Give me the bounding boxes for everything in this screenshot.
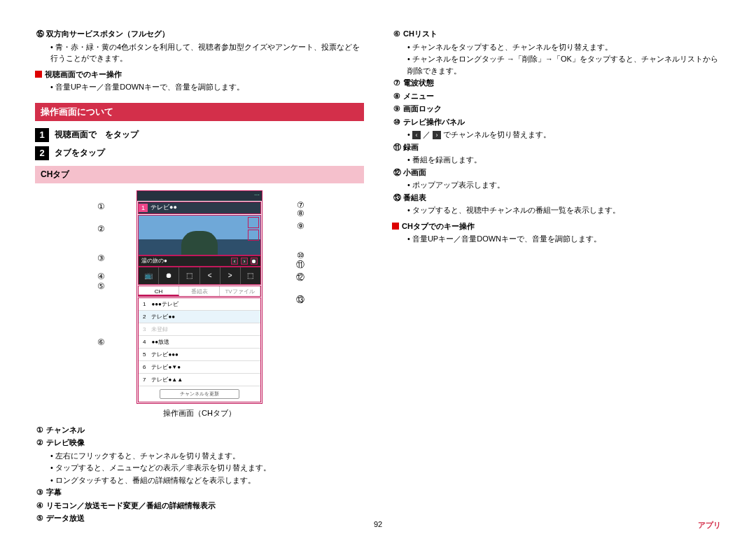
status-bar: ⋯ — [137, 191, 262, 201]
subhead-keyops: 視聴画面でのキー操作 — [35, 69, 364, 80]
update-channel-button: チャンネルを更新 — [160, 389, 239, 399]
list-item: 4●●放送 — [139, 336, 260, 349]
subtitle-text: 湯の旅の● — [141, 257, 167, 265]
item-13: ⑬ 番組表 — [392, 192, 721, 204]
phone-diagram: ① ② ③ ④ ⑤ ⑥ ⑦ ⑧ ⑨ ⑩ ⑪ ⑫ ⑬ ⋯ 1 テレビ●● — [122, 190, 276, 404]
callout-13: ⑬ — [296, 294, 304, 306]
pink-subheading: CHタブ — [35, 166, 364, 183]
menu-icon — [248, 230, 259, 241]
left-column: ⑮ 双方向サービスボタン（フルセグ） 青・赤・緑・黄の4色ボタンを利用して、視聴… — [35, 28, 364, 526]
phone-frame: ⋯ 1 テレビ●● 湯の旅の● ‹›⏺ 📺 ⏺ ⬚ — [136, 190, 262, 404]
list-item: 7テレビ●▲▲ — [139, 374, 260, 386]
ch-keyops-desc: 音量UPキー／音量DOWNキーで、音量を調節します。 — [407, 233, 721, 245]
right-column: ⑥ CHリスト チャンネルをタップすると、チャンネルを切り替えます。 チャンネル… — [392, 28, 721, 526]
step-number: 2 — [35, 146, 49, 160]
step-2: 2 タブをタップ — [35, 146, 364, 160]
callout-9: ⑨ — [297, 221, 304, 231]
step-1: 1 視聴画面で をタップ — [35, 128, 364, 142]
item-5: ⑤ データ放送 — [35, 512, 364, 524]
tab-program: 番組表 — [179, 286, 220, 296]
item-7: ⑦ 電波状態 — [392, 77, 721, 89]
callout-1: ① — [97, 202, 105, 211]
video-area — [138, 215, 261, 255]
red-square-icon — [35, 71, 42, 78]
item-4: ④ リモコン／放送モード変更／番組の詳細情報表示 — [35, 500, 364, 512]
tab-ch: CH — [139, 286, 179, 296]
item-3: ③ 字幕 — [35, 486, 364, 498]
list-item: 1●●●テレビ — [139, 298, 260, 311]
toolbar-btn: < — [200, 267, 220, 284]
channel-bar: 1 テレビ●● — [138, 202, 261, 214]
left-key-icon: ‹ — [412, 131, 421, 139]
right-key-icon: › — [433, 131, 441, 139]
keyops-desc: 音量UPキー／音量DOWNキーで、音量を調節します。 — [50, 81, 364, 93]
step-text: タブをタップ — [55, 147, 105, 159]
item-10-desc: ‹ ／ › でチャンネルを切り替えます。 — [407, 129, 721, 141]
callout-12: ⑫ — [296, 272, 304, 283]
toolbar-btn: ⏺ — [159, 267, 179, 284]
item-8: ⑧ メニュー — [392, 90, 721, 102]
callout-4: ④ — [97, 272, 105, 281]
red-square-icon — [392, 223, 399, 230]
item-12-desc: ポップアップ表示します。 — [407, 179, 721, 191]
toolbar-btn: ⬚ — [179, 267, 200, 284]
step-text: 視聴画面で をタップ — [55, 129, 139, 141]
item-11-desc: 番組を録画します。 — [407, 154, 721, 166]
callout-5: ⑤ — [97, 281, 105, 291]
section-heading: 操作画面について — [35, 103, 364, 121]
toolbar-btn: ⬚ — [241, 267, 260, 284]
channel-name: テレビ●● — [150, 203, 177, 212]
item-10: ⑩ テレビ操作パネル — [392, 116, 721, 128]
item-6: ⑥ CHリスト — [392, 28, 721, 40]
step-number: 1 — [35, 128, 49, 142]
callout-3: ③ — [97, 253, 105, 263]
subtitle-row: 湯の旅の● ‹›⏺ — [138, 255, 261, 267]
lock-icon — [248, 217, 259, 228]
item-2: ② テレビ映像 — [35, 437, 364, 449]
page-number: 92 — [374, 520, 382, 528]
toolbar-btn: > — [220, 267, 241, 284]
tab-row: CH 番組表 TVファイル — [138, 286, 261, 297]
item-12: ⑫ 小画面 — [392, 167, 721, 178]
list-item: 3未登録 — [139, 323, 260, 336]
nav-icons: ‹›⏺ — [231, 258, 258, 265]
toolbar-btn: 📺 — [139, 267, 159, 284]
channel-list: 1●●●テレビ 2テレビ●● 3未登録 4●●放送 5テレビ●●● 6テレビ●▼… — [138, 297, 261, 402]
diagram-caption: 操作画面（CHタブ） — [35, 408, 364, 419]
toolbar-row: 📺 ⏺ ⬚ < > ⬚ — [138, 267, 261, 285]
channel-badge: 1 — [139, 204, 148, 212]
item-13-desc: タップすると、視聴中チャンネルの番組一覧を表示します。 — [407, 204, 721, 216]
page-category: アプリ — [698, 520, 721, 531]
item-2-desc: 左右にフリックすると、チャンネルを切り替えます。 タップすると、メニューなどの表… — [50, 450, 364, 486]
list-item: 2テレビ●● — [139, 311, 260, 323]
item-15: ⑮ 双方向サービスボタン（フルセグ） — [35, 28, 364, 40]
item-label: 双方向サービスボタン（フルセグ） — [46, 28, 169, 40]
item-1: ① チャンネル — [35, 424, 364, 436]
item-desc: 青・赤・緑・黄の4色ボタンを利用して、視聴者参加型クイズやアンケート、投票などを… — [50, 41, 364, 64]
list-item: 5テレビ●●● — [139, 349, 260, 361]
item-6-desc: チャンネルをタップすると、チャンネルを切り替えます。 チャンネルをロングタッチ … — [407, 41, 721, 77]
callout-2: ② — [97, 224, 105, 234]
callout-6: ⑥ — [97, 337, 105, 347]
callout-8: ⑧ — [297, 209, 304, 218]
list-item: 6テレビ●▼● — [139, 361, 260, 374]
item-11: ⑪ 録画 — [392, 141, 721, 153]
tab-tvfile: TVファイル — [220, 286, 260, 296]
subhead-ch-keyops: CHタブでのキー操作 — [392, 220, 721, 232]
item-9: ⑨ 画面ロック — [392, 103, 721, 115]
callout-11: ⑪ — [296, 259, 304, 271]
item-number: ⑮ — [35, 28, 45, 40]
